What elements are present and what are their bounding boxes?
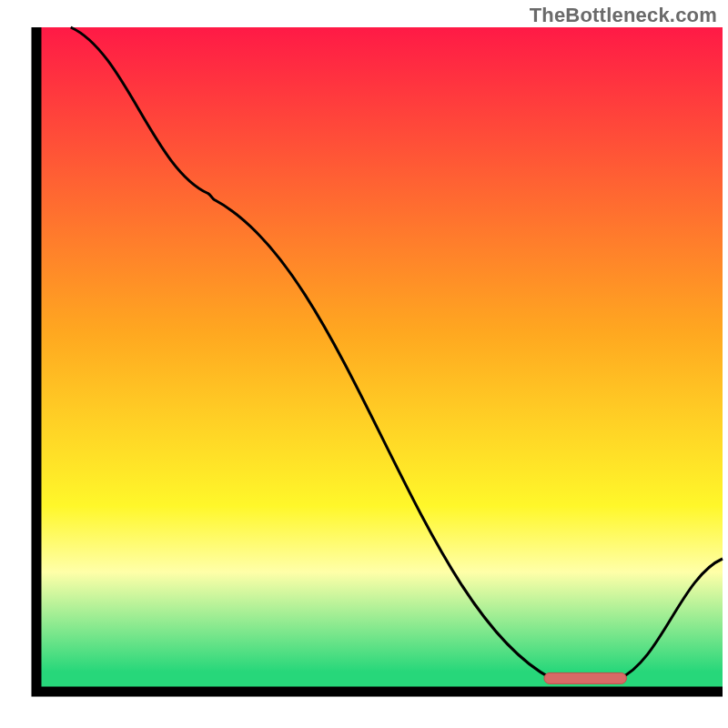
bottleneck-chart xyxy=(0,0,728,728)
chart-root: TheBottleneck.com xyxy=(0,0,728,728)
attribution-label: TheBottleneck.com xyxy=(530,4,717,27)
plot-background xyxy=(36,27,723,692)
optimum-marker xyxy=(544,672,626,683)
